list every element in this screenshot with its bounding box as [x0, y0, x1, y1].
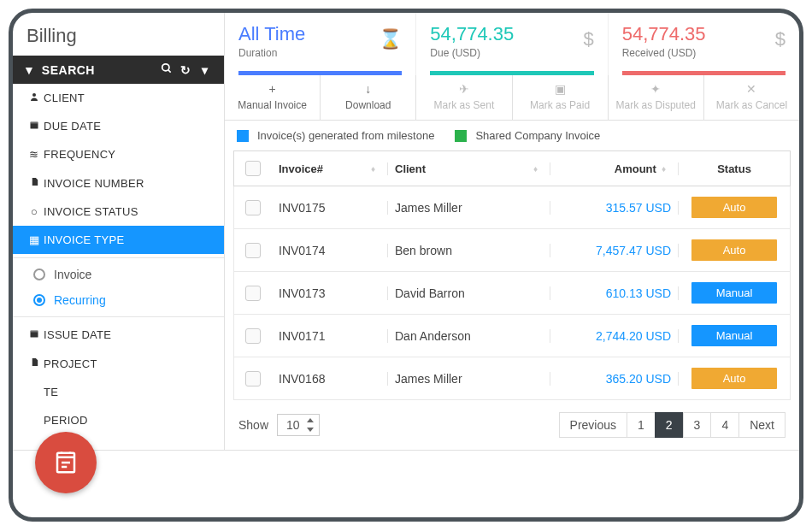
filter-icon: ▼ [23, 63, 35, 77]
pagination: Previous1234Next [560, 412, 786, 438]
legend-shared-label: Shared Company Invoice [475, 129, 600, 142]
table-header: Invoice#♦ Client♦ Amount♦ Status [233, 150, 791, 186]
filter-te[interactable]: TE [13, 378, 224, 406]
legend: Invoice(s) generated from milestone Shar… [225, 121, 799, 150]
action-icon: ✈ [420, 82, 508, 96]
filter-invoice-type[interactable]: ▦INVOICE TYPE [13, 226, 224, 254]
type-icon: ▦ [25, 233, 44, 246]
fab-button[interactable] [35, 432, 97, 493]
sort-icon: ♦ [533, 164, 543, 174]
cell-invoice: INV0175 [272, 201, 388, 215]
sidebar: Billing ▼ SEARCH ↻ ▾ CLIENTDUE DATE≋FREQ… [13, 13, 225, 450]
show-label: Show [238, 418, 268, 432]
row-checkbox[interactable] [245, 371, 261, 386]
action-bar: +Manual Invoice↓Download✈Mark as Sent▣Ma… [225, 75, 799, 121]
hourglass-icon: ⌛ [379, 28, 402, 50]
search-icon[interactable] [157, 62, 176, 77]
action-mark-as-paid: ▣Mark as Paid [513, 75, 609, 120]
action-manual-invoice[interactable]: +Manual Invoice [225, 75, 321, 120]
user-icon [25, 91, 44, 104]
cell-client: Ben brown [388, 244, 550, 257]
col-client[interactable]: Client♦ [388, 162, 550, 175]
stat-blue[interactable]: All TimeDuration⌛ [225, 13, 416, 75]
page-1[interactable]: 1 [627, 412, 656, 438]
calendar-icon [25, 328, 44, 341]
col-invoice[interactable]: Invoice#♦ [272, 162, 388, 175]
filter-invoice-status[interactable]: ○INVOICE STATUS [13, 198, 224, 226]
cell-invoice: INV0168 [272, 372, 388, 386]
subfilter-recurring[interactable]: Recurring [13, 287, 224, 313]
wave-icon: ≋ [25, 148, 44, 161]
stat-red[interactable]: 54,774.35Received (USD)$ [609, 13, 799, 75]
legend-milestone-label: Invoice(s) generated from milestone [257, 129, 434, 142]
filter-client[interactable]: CLIENT [13, 84, 224, 112]
action-mark-as-cancel: ✕Mark as Cancel [704, 75, 799, 120]
col-amount[interactable]: Amount♦ [550, 162, 679, 175]
table-row[interactable]: INV0175James Miller315.57 USDAuto [233, 186, 791, 229]
cell-client: James Miller [388, 201, 550, 215]
cell-amount: 2,744.20 USD [550, 329, 679, 343]
status-badge: Auto [691, 239, 777, 261]
filter-frequency[interactable]: ≋FREQUENCY [13, 140, 224, 168]
status-badge: Auto [691, 197, 777, 218]
invoice-table: Invoice#♦ Client♦ Amount♦ Status INV0175… [225, 150, 799, 450]
doc-icon [25, 357, 44, 370]
cell-client: Dan Anderson [388, 329, 550, 343]
svg-point-2 [32, 93, 36, 97]
filter-period[interactable]: PERIOD [13, 406, 224, 434]
table-row[interactable]: INV0171Dan Anderson2,744.20 USDManual [233, 315, 791, 357]
page-4[interactable]: 4 [710, 412, 739, 438]
cell-invoice: INV0174 [272, 244, 388, 257]
table-footer: Show 10 Previous1234Next [233, 400, 791, 450]
filter-due-date[interactable]: DUE DATE [13, 112, 224, 140]
action-mark-as-sent: ✈Mark as Sent [416, 75, 512, 120]
row-checkbox[interactable] [245, 328, 261, 344]
filter-issue-date[interactable]: ISSUE DATE [13, 321, 224, 349]
refresh-icon[interactable]: ↻ [176, 63, 195, 77]
circle-icon: ○ [25, 205, 44, 218]
dollar-icon: $ [775, 28, 786, 50]
page-next[interactable]: Next [738, 412, 786, 438]
cell-client: James Miller [388, 372, 550, 386]
radio-icon [33, 268, 45, 280]
select-all-checkbox[interactable] [245, 161, 261, 176]
col-status: Status [679, 162, 790, 175]
cell-client: David Barron [388, 286, 550, 300]
cell-amount: 7,457.47 USD [550, 244, 679, 257]
page-previous[interactable]: Previous [559, 412, 627, 438]
status-badge: Auto [691, 368, 777, 389]
page-size-select[interactable]: 10 [277, 414, 320, 436]
action-icon: ✦ [612, 82, 700, 96]
filter-invoice-number[interactable]: INVOICE NUMBER [13, 168, 224, 198]
status-badge: Manual [691, 282, 777, 304]
table-row[interactable]: INV0173David Barron610.13 USDManual [233, 272, 791, 315]
table-row[interactable]: INV0174Ben brown7,457.47 USDAuto [233, 229, 791, 272]
subfilter-invoice[interactable]: Invoice [13, 262, 224, 287]
svg-rect-4 [31, 122, 38, 124]
legend-swatch-shared [455, 130, 467, 142]
svg-line-1 [168, 70, 171, 73]
page-3[interactable]: 3 [683, 412, 712, 438]
action-mark-as-disputed: ✦Mark as Disputed [609, 75, 704, 120]
action-download[interactable]: ↓Download [321, 75, 416, 120]
page-title: Billing [13, 13, 224, 56]
cell-amount: 365.20 USD [550, 372, 679, 386]
table-row[interactable]: INV0168James Miller365.20 USDAuto [233, 357, 791, 400]
doc-icon [25, 176, 44, 190]
stats-row: All TimeDuration⌛54,774.35Due (USD)$54,7… [225, 13, 799, 75]
search-bar[interactable]: ▼ SEARCH ↻ ▾ [13, 56, 224, 84]
filter-project[interactable]: PROJECT [13, 349, 224, 378]
dollar-icon: $ [583, 28, 593, 50]
action-icon: ↓ [324, 82, 412, 96]
status-badge: Manual [691, 325, 777, 346]
row-checkbox[interactable] [245, 200, 261, 215]
svg-rect-6 [31, 331, 38, 333]
cell-invoice: INV0171 [272, 329, 388, 343]
row-checkbox[interactable] [245, 286, 261, 301]
search-label: SEARCH [42, 63, 157, 77]
page-2[interactable]: 2 [655, 412, 684, 438]
caret-down-icon[interactable]: ▾ [195, 63, 214, 77]
row-checkbox[interactable] [245, 243, 261, 258]
stat-teal[interactable]: 54,774.35Due (USD)$ [416, 13, 608, 75]
cell-invoice: INV0173 [272, 286, 388, 300]
